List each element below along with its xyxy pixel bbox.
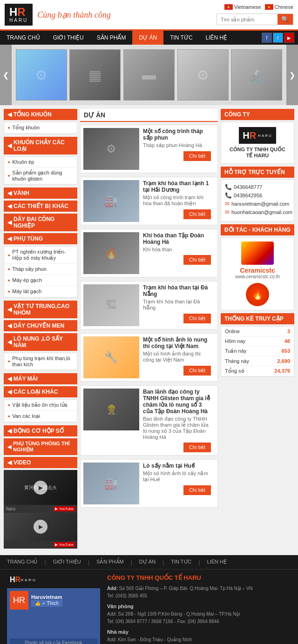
nav-trang-chu[interactable]: TRANG CHỦ — [0, 31, 47, 45]
day-dai-header[interactable]: ◀ DÂY ĐAI CÔNG NGHIỆP — [4, 214, 77, 231]
lang-cn[interactable]: Chinese — [265, 4, 293, 10]
footer-factory-title: Nhà máy — [107, 629, 291, 635]
search-input[interactable] — [217, 14, 278, 25]
phu-tung-header[interactable]: ◀ PHỤ TÙNG — [4, 233, 77, 244]
nav-san-pham[interactable]: SẢN PHẨM — [90, 31, 133, 45]
main-content: ◀ TỔNG KHUÔN Tổng khuôn ◀ KHUÔN CHẢY CÁC… — [0, 105, 298, 555]
stats-today: Hôm nay 48 — [221, 336, 294, 346]
email-2-item[interactable]: ✉ huonhatcaoan@gmail.com — [225, 209, 290, 215]
cac-loai-item-2[interactable]: Van các loại — [4, 411, 77, 422]
chi-tiet-btn-7[interactable]: Chi tiết — [183, 485, 211, 495]
project-info-3: Khí hóa than Tập Đoàn Hoàng Hà Khí hóa t… — [143, 232, 211, 274]
chi-tiet-btn-4[interactable]: Chi tiết — [183, 314, 211, 323]
prev-arrow[interactable]: ❮ — [0, 45, 12, 105]
footer-nav-tin-tuc[interactable]: TIN TỨC — [171, 559, 191, 565]
khuon-ep-item[interactable]: Khuôn ép — [4, 157, 77, 168]
cac-loai-header[interactable]: ◀ CÁC LOẠI KHÁC — [4, 386, 77, 397]
stats-online-label: Online — [225, 329, 240, 334]
social-yt-btn[interactable]: ▶ — [284, 33, 294, 43]
logo-area: HR HARU Cùng bạn thành công — [5, 4, 111, 26]
fb-like-button[interactable]: 👍 ✓ Thích — [31, 600, 62, 607]
project-title-1[interactable]: Một số công trình tháp sấp phun — [143, 128, 211, 141]
pt-item-4[interactable]: Máy lát gạch — [4, 286, 77, 297]
social-fb-btn[interactable]: f — [262, 33, 272, 43]
lang-vn[interactable]: Vietnamese — [224, 4, 261, 10]
phone-2-item[interactable]: 📞 0438642956 — [225, 192, 290, 199]
ceramicstc-url: www.ceramicstc.co.th — [225, 274, 290, 279]
footer-nav-trang-chu[interactable]: TRANG CHỦ — [7, 559, 37, 565]
pt-item-1[interactable]: PT nghiền xương triền-Hộp số máy khuấy — [4, 247, 77, 264]
phu-tung-phong-header[interactable]: ◀ PHỤ TÙNG PHÒNG THÍ NGHIỆM — [4, 438, 77, 455]
right-sidebar: CÔNG TY HR HARU CÔNG TY TNHH QUỐC TẾ HAR… — [221, 109, 294, 551]
next-arrow[interactable]: ❯ — [286, 45, 298, 105]
vat-tu-label: VẬT TƯ TRUNG,CAO NHÔM — [14, 303, 74, 316]
pt-item-2[interactable]: Tháp sấy phun — [4, 264, 77, 275]
vanh-header[interactable]: ◀ VÀNH — [4, 188, 77, 199]
dong-co-header[interactable]: ◀ ĐỘNG CƠ HỘP SỐ — [4, 425, 77, 436]
chi-tiet-btn-6[interactable]: Chi tiết — [183, 443, 211, 452]
cac-thiet-bi-header[interactable]: ◀ CÁC THIẾT BỊ KHÁC — [4, 201, 77, 212]
ceramicstc-name: Ceramicstc — [225, 267, 290, 274]
vat-tu-header[interactable]: ◀ VẬT TƯ TRUNG,CAO NHÔM — [4, 301, 77, 318]
nav-gioi-thieu[interactable]: GIỚI THIỆU — [47, 31, 90, 45]
may-mai-header[interactable]: ◀ MÁY MÀI — [4, 373, 77, 384]
video-thumb-1[interactable]: 黄河焰花窑点火 ▶ — [4, 470, 77, 505]
project-title-5[interactable]: Một số hình ảnh lò nung thi công tại Việ… — [143, 336, 211, 349]
chi-tiet-btn-2[interactable]: Chi tiết — [183, 209, 211, 219]
cong-ty-name: CÔNG TY TNHH QUỐC TẾ HARU — [226, 147, 289, 159]
pt-item-3[interactable]: Máy ép gạch — [4, 275, 77, 286]
lo-nung-header[interactable]: ◀ LÒ NUNG ,LÒ SẤY NĂM — [4, 333, 77, 351]
haru-logo-right: HR HARU — [239, 127, 276, 144]
flag-cn-icon — [265, 4, 273, 10]
chi-tiet-btn-1[interactable]: Chi tiết — [183, 151, 211, 161]
footer-head-office-add: Add: Số 565 Giải Phóng – P. Giáp Bát- Q.… — [107, 585, 291, 592]
tong-khuon-item[interactable]: Tổng khuôn — [4, 122, 77, 134]
phone-1-label: 0436648777 — [234, 184, 262, 190]
footer-nav-du-an[interactable]: DỰ ÁN — [139, 559, 156, 565]
ho-tro-header: HỖ TRỢ TRỰC TUYẾN — [221, 167, 294, 178]
project-info-6: Ban lãnh đạo công ty TNHH Glisten tham g… — [143, 389, 211, 452]
play-btn-1[interactable]: ▶ — [34, 481, 47, 495]
ceramicstc-color-logo — [241, 242, 274, 265]
footer-sep-1: | — [44, 559, 46, 565]
logo-haru: HARU — [9, 18, 28, 23]
play-btn-2[interactable]: ▶ — [34, 520, 47, 534]
khuon-chay-header[interactable]: ◀ KHUÔN CHẢY CÁC LOẠI — [4, 137, 77, 154]
footer-nav-san-pham[interactable]: SẢN PHẨM — [96, 559, 124, 565]
video-thumb-2[interactable]: ▶ — [4, 513, 77, 541]
nav-lien-he[interactable]: LIÊN HỆ — [199, 31, 234, 45]
footer-logo-area: HR HARU — [7, 574, 100, 585]
project-desc-7: Một số hình ảnh lò sấy nằm tại Huế — [143, 470, 211, 483]
project-title-6[interactable]: Ban lãnh đạo công ty TNHH Glisten tham g… — [143, 389, 211, 415]
social-tw-btn[interactable]: t — [273, 33, 283, 43]
slide-img-4: ⚙ — [177, 49, 229, 101]
chi-tiet-btn-5[interactable]: Chi tiết — [183, 366, 211, 376]
footer-office-add: Add: Số 26B - Ngõ 19/9 P.Kim Đồng - Q.Ho… — [107, 610, 291, 618]
project-title-4[interactable]: Trạm khí hóa than tại Đà Nẵng — [143, 284, 211, 297]
footer-office-tel: Tel: (04) 3664 8777 / 3668 7166 - Fax: (… — [107, 618, 291, 625]
partner-logo-1: Ceramicstc www.ceramicstc.co.th — [225, 242, 290, 279]
tong-khuon-header[interactable]: ◀ TỔNG KHUÔN — [4, 109, 77, 120]
project-title-2[interactable]: Trạm khí hóa than lạnh 1 tại Hải Dương — [143, 180, 211, 193]
footer-nav-lien-he[interactable]: LIÊN HỆ — [207, 559, 227, 565]
project-item-7: 🏭 Lò sấy nằm tại Huế Một số hình ảnh lò … — [80, 459, 218, 508]
san-pham-gach-item[interactable]: Sản phẩm gạch dùng khuôn glisten — [4, 168, 77, 184]
footer-nav-gioi-thieu[interactable]: GIỚI THIỆU — [53, 559, 81, 565]
nav-du-an[interactable]: DỰ ÁN — [132, 31, 163, 45]
footer-head-office: Add: Số 565 Giải Phóng – P. Giáp Bát- Q.… — [107, 585, 291, 600]
day-chuyen-header[interactable]: ◀ DÂY CHUYỀN MEN — [4, 320, 77, 331]
video-bottom-2: ▶ YouTube — [4, 541, 77, 549]
search-button[interactable]: 🔍 — [278, 14, 293, 25]
lo-item-1[interactable]: Phụ tùng trạm khí than,lò than kích — [4, 353, 77, 370]
project-title-3[interactable]: Khí hóa than Tập Đoàn Hoàng Hà — [143, 232, 211, 245]
cac-loai-item-1[interactable]: Vật liệu bảo ôn chịu lửa — [4, 400, 77, 411]
partner-logo-2: 🔥 — [225, 283, 290, 306]
phone-1-item[interactable]: 📞 0436648777 — [225, 184, 290, 190]
video-header[interactable]: ◀ VIDEO — [4, 457, 77, 468]
nav-tin-tuc[interactable]: TIN TỨC — [163, 31, 199, 45]
project-title-7[interactable]: Lò sấy nằm tại Huế — [143, 463, 211, 469]
chi-tiet-btn-3[interactable]: Chi tiết — [183, 255, 211, 265]
vat-tu-icon: ◀ — [7, 306, 12, 313]
email-1-item[interactable]: ✉ hanuvietnam@gmail.com — [225, 201, 290, 207]
cong-ty-label: CÔNG TY — [224, 111, 250, 118]
